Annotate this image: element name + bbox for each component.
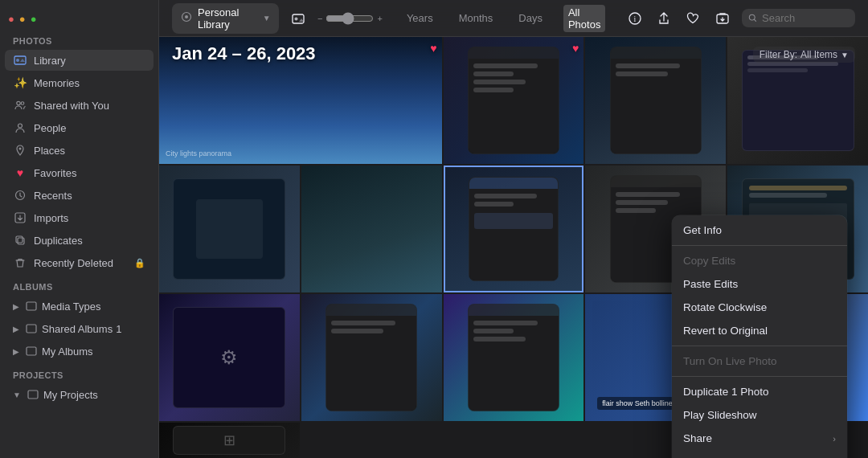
sidebar-item-label-imports: Imports [34, 212, 145, 224]
sidebar-item-favorites[interactable]: ♥ Favorites [5, 162, 154, 183]
photo-cell-11[interactable] [301, 294, 442, 421]
photo-content-6 [301, 166, 442, 292]
svg-rect-16 [293, 14, 304, 23]
svg-rect-8 [18, 238, 24, 244]
sidebar-item-my-projects[interactable]: ▼ My Projects [5, 384, 154, 405]
search-input[interactable] [762, 12, 849, 24]
ctx-paste-edits-label: Paste Edits [683, 278, 738, 290]
shared-albums-badge: 1 [116, 323, 121, 335]
heart-button[interactable] [683, 7, 702, 30]
search-field[interactable] [742, 9, 855, 27]
sidebar-item-shared-albums[interactable]: ▶ Shared Albums 1 [5, 318, 154, 339]
ctx-play-slideshow[interactable]: Play Slideshow [672, 403, 847, 427]
heart-indicator-2: ♥ [572, 42, 579, 55]
info-button[interactable]: i [624, 7, 644, 30]
svg-point-15 [185, 15, 188, 18]
sidebar-item-recents[interactable]: Recents [5, 185, 154, 206]
ctx-share-chevron: › [833, 434, 836, 444]
photo-content-11 [301, 294, 442, 421]
sidebar-item-people[interactable]: People [5, 117, 154, 138]
ctx-turn-on-live-photo-label: Turn On Live Photo [683, 355, 777, 367]
window-maximize[interactable]: ● [31, 13, 37, 25]
library-picker-chevron: ▼ [263, 14, 271, 22]
sidebar-item-memories[interactable]: ✨ Memories [5, 72, 154, 93]
import-button[interactable] [712, 7, 731, 30]
photo-cell-6[interactable] [301, 166, 442, 292]
zoom-slider[interactable]: − + [317, 12, 383, 25]
zoom-range[interactable] [326, 12, 374, 25]
sidebar-item-label-people: People [34, 122, 145, 134]
mock-phone-11 [326, 304, 417, 411]
svg-point-2 [17, 101, 20, 104]
nav-days[interactable]: Days [514, 10, 547, 26]
photo-cell-3[interactable] [585, 37, 726, 164]
sidebar-item-media-types[interactable]: ▶ Media Types [5, 296, 154, 317]
svg-rect-12 [27, 347, 36, 355]
mock-phone-3 [610, 47, 702, 154]
ctx-rotate-clockwise[interactable]: Rotate Clockwise [672, 296, 847, 319]
filter-by-button[interactable]: Filter By: All Items ▼ [753, 47, 855, 63]
sidebar-item-label-duplicates: Duplicates [34, 235, 145, 247]
sidebar-item-label-memories: Memories [34, 77, 145, 89]
svg-rect-9 [16, 236, 23, 243]
photo-grid-area: Jan 24 – 26, 2023 Filter By: All Items ▼… [159, 37, 868, 458]
photo-cell-12[interactable] [444, 294, 584, 421]
sidebar-item-library[interactable]: Library [5, 50, 154, 71]
ctx-share[interactable]: Share › [672, 427, 847, 450]
library-picker-label: Personal Library [198, 6, 258, 31]
svg-point-4 [18, 124, 23, 128]
photo-cell-15[interactable]: ⊞ [159, 423, 300, 458]
svg-point-5 [19, 148, 22, 150]
sidebar-item-label-library: Library [34, 55, 145, 67]
library-icon [13, 53, 27, 67]
ctx-paste-edits[interactable]: Paste Edits [672, 272, 847, 296]
sidebar-item-label-shared-albums: Shared Albums [42, 323, 113, 335]
photo-cell-7[interactable] [444, 166, 584, 292]
ctx-duplicate-1-photo[interactable]: Duplicate 1 Photo [672, 380, 847, 403]
people-icon [13, 121, 27, 135]
zoom-plus[interactable]: + [377, 14, 382, 23]
main-content: Personal Library ▼ − + Years Months Days… [159, 0, 868, 458]
sidebar-item-imports[interactable]: Imports [5, 207, 154, 228]
ctx-separator-1 [672, 346, 847, 346]
photos-icon-btn[interactable] [289, 7, 308, 30]
ctx-get-info[interactable]: Get Info [672, 219, 847, 242]
zoom-minus[interactable]: − [317, 14, 322, 23]
mock-phone-12 [468, 304, 559, 411]
ctx-revert-to-original-label: Revert to Original [683, 325, 768, 337]
nav-all-photos[interactable]: All Photos [563, 5, 605, 32]
photo-content-15: ⊞ [159, 423, 300, 458]
favorites-icon: ♥ [13, 166, 27, 180]
svg-rect-11 [27, 325, 36, 333]
sidebar-item-my-albums[interactable]: ▶ My Albums [5, 341, 154, 362]
nav-years[interactable]: Years [402, 10, 438, 26]
sidebar-item-shared-with-you[interactable]: Shared with You [5, 95, 154, 116]
ctx-rotate-clockwise-label: Rotate Clockwise [683, 301, 767, 313]
photos-section-label: Photos [0, 28, 158, 49]
ctx-duplicate-1-photo-label: Duplicate 1 Photo [683, 386, 769, 398]
ctx-get-info-label: Get Info [683, 224, 722, 236]
sidebar-item-places[interactable]: Places [5, 140, 154, 161]
ctx-create[interactable]: Create › [672, 450, 847, 458]
window-minimize[interactable]: ● [19, 13, 26, 25]
share-button[interactable] [654, 7, 674, 30]
sidebar-item-recently-deleted[interactable]: Recently Deleted 🔒 [5, 252, 154, 273]
ctx-revert-to-original[interactable]: Revert to Original [672, 319, 847, 342]
ctx-copy-edits: Copy Edits [672, 249, 847, 272]
sidebar-item-duplicates[interactable]: Duplicates [5, 230, 154, 251]
media-types-icon [24, 299, 39, 313]
photo-cell-10[interactable]: ⚙ [159, 294, 300, 421]
places-icon [13, 143, 27, 157]
ctx-separator-0 [672, 245, 847, 246]
sidebar-item-label-shared-you: Shared with You [34, 100, 145, 112]
svg-text:i: i [633, 14, 636, 23]
photo-cell-2[interactable]: ♥ [444, 37, 584, 164]
window-close[interactable]: ● [8, 13, 14, 25]
recently-deleted-lock: 🔒 [134, 258, 145, 268]
library-picker[interactable]: Personal Library ▼ [172, 3, 279, 34]
ctx-share-label: Share [683, 432, 712, 444]
photo-cell-5[interactable] [159, 166, 300, 292]
nav-months[interactable]: Months [454, 10, 498, 26]
recents-icon [13, 188, 27, 202]
svg-rect-13 [28, 391, 38, 399]
